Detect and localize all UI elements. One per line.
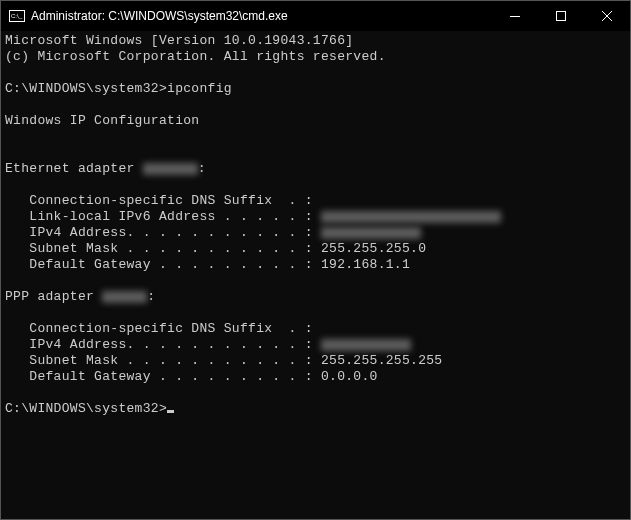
- adapter1-gateway: Default Gateway . . . . . . . . . : 192.…: [5, 257, 410, 272]
- redacted-ipv4-2: [321, 339, 411, 351]
- cursor: [167, 410, 174, 413]
- adapter2-label-prefix: PPP adapter: [5, 289, 102, 304]
- minimize-button[interactable]: [492, 1, 538, 31]
- adapter2-subnet: Subnet Mask . . . . . . . . . . . : 255.…: [5, 353, 442, 368]
- prompt: C:\WINDOWS\system32>: [5, 401, 167, 416]
- cmd-icon: [9, 10, 25, 22]
- svg-rect-1: [557, 12, 566, 21]
- adapter1-label-suffix: :: [198, 161, 206, 176]
- redacted-ppp-name: [102, 291, 147, 303]
- version-line: Microsoft Windows [Version 10.0.19043.17…: [5, 33, 353, 48]
- window-title: Administrator: C:\WINDOWS\system32\cmd.e…: [31, 9, 288, 23]
- redacted-ipv4: [321, 227, 421, 239]
- adapter2-dns: Connection-specific DNS Suffix . :: [5, 321, 313, 336]
- config-heading: Windows IP Configuration: [5, 113, 199, 128]
- terminal-output[interactable]: Microsoft Windows [Version 10.0.19043.17…: [1, 31, 630, 419]
- close-button[interactable]: [584, 1, 630, 31]
- adapter1-label-prefix: Ethernet adapter: [5, 161, 143, 176]
- adapter2-label-suffix: :: [147, 289, 155, 304]
- window-titlebar: Administrator: C:\WINDOWS\system32\cmd.e…: [1, 1, 630, 31]
- command: ipconfig: [167, 81, 232, 96]
- adapter2-ipv4: IPv4 Address. . . . . . . . . . . :: [5, 337, 321, 352]
- adapter1-ipv6: Link-local IPv6 Address . . . . . :: [5, 209, 321, 224]
- redacted-ipv6: [321, 211, 501, 223]
- copyright-line: (c) Microsoft Corporation. All rights re…: [5, 49, 386, 64]
- maximize-button[interactable]: [538, 1, 584, 31]
- adapter1-ipv4: IPv4 Address. . . . . . . . . . . :: [5, 225, 321, 240]
- adapter1-dns: Connection-specific DNS Suffix . :: [5, 193, 313, 208]
- adapter1-subnet: Subnet Mask . . . . . . . . . . . : 255.…: [5, 241, 426, 256]
- redacted-adapter-name: [143, 163, 198, 175]
- adapter2-gateway: Default Gateway . . . . . . . . . : 0.0.…: [5, 369, 378, 384]
- prompt: C:\WINDOWS\system32>: [5, 81, 167, 96]
